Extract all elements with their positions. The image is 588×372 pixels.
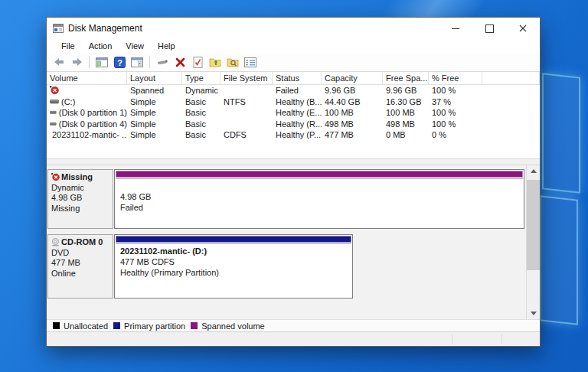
cell-percent-free: 100 %	[429, 85, 482, 96]
minimize-button[interactable]	[439, 18, 472, 39]
drive-icon	[50, 108, 57, 117]
open-folder-button[interactable]	[207, 54, 223, 70]
delete-button[interactable]	[172, 54, 188, 70]
partition-info-line: Healthy (Primary Partition)	[120, 267, 347, 278]
cell-layout: Simple	[127, 107, 182, 119]
cell-type: Basic	[182, 119, 220, 130]
volume-name: (Disk 0 partition 4)	[59, 119, 127, 130]
volume-row[interactable]: 20231102-mantic- ...SimpleBasicCDFSHealt…	[47, 129, 540, 141]
disk-partition-region: 20231102-mantic- (D:)477 MB CDFSHealthy …	[114, 234, 524, 299]
cell-layout: Simple	[127, 119, 182, 130]
chevron-down-icon	[531, 312, 537, 315]
disk-name: Missing	[51, 172, 110, 183]
legend-label: Spanned volume	[201, 321, 265, 331]
disk-label-panel[interactable]: CD-ROM 0DVD477 MBOnline	[47, 234, 113, 299]
back-button[interactable]	[51, 54, 67, 70]
partition-details: 4.98 GBFailed	[116, 178, 523, 227]
partition-details: 20231102-mantic- (D:)477 MB CDFSHealthy …	[116, 243, 351, 297]
toolbar-separator	[89, 56, 90, 68]
cell-capacity: 100 MB	[322, 107, 383, 119]
cell-volume: (Disk 0 partition 1)	[47, 107, 127, 119]
cell-status: Healthy (E...	[273, 107, 322, 119]
cell-layout: Spanned	[127, 85, 182, 96]
disk-name: CD-ROM 0	[51, 237, 110, 248]
show-console-tree-button[interactable]	[94, 54, 109, 70]
chevron-up-icon	[531, 169, 537, 173]
column-header-type[interactable]: Type	[182, 72, 220, 84]
svg-text:?: ?	[117, 57, 122, 67]
legend-item: Unallocated	[53, 321, 108, 331]
menu-file[interactable]: File	[54, 41, 82, 51]
volume-table-header: VolumeLayoutTypeFile SystemStatusCapacit…	[47, 72, 540, 85]
volume-table-body: SpannedDynamicFailed9.96 GB9.96 GB100 %(…	[47, 85, 540, 158]
status-bar-divider	[501, 334, 502, 344]
column-header-layout[interactable]: Layout	[127, 72, 182, 84]
menu-help[interactable]: Help	[151, 41, 182, 51]
checklist-button[interactable]	[190, 54, 205, 70]
properties-button[interactable]	[243, 54, 258, 70]
back-icon	[54, 57, 65, 67]
failed-volume-icon	[50, 86, 59, 95]
column-header-file-system[interactable]: File System	[220, 72, 273, 84]
cell-file-system	[220, 119, 273, 130]
title-bar[interactable]: Disk Management	[47, 18, 540, 39]
partition-info-line: 477 MB CDFS	[120, 256, 347, 267]
partition-box[interactable]: 4.98 GBFailed	[114, 169, 524, 229]
volume-list-pane: VolumeLayoutTypeFile SystemStatusCapacit…	[47, 72, 540, 165]
partition-box[interactable]: 20231102-mantic- (D:)477 MB CDFSHealthy …	[114, 234, 353, 299]
disk-info-line: Missing	[51, 204, 110, 214]
column-header-free-space[interactable]: Free Spa...	[383, 72, 429, 84]
legend-bar: UnallocatedPrimary partitionSpanned volu…	[47, 319, 540, 332]
column-header-status[interactable]: Status	[273, 72, 322, 84]
graphical-view-content: MissingDynamic4.98 GBMissing4.98 GBFaile…	[47, 165, 526, 319]
properties-icon	[244, 57, 256, 67]
cell-percent-free: 100 %	[429, 119, 482, 130]
column-header-capacity[interactable]: Capacity	[322, 72, 383, 84]
scroll-down-button[interactable]	[527, 308, 540, 319]
vertical-scrollbar[interactable]	[526, 165, 540, 319]
partition-info-line: Failed	[120, 202, 518, 213]
show-action-pane-button[interactable]	[129, 54, 145, 70]
disk-info-line: DVD	[51, 248, 110, 259]
cell-capacity: 44.40 GB	[322, 96, 383, 108]
annotate-button[interactable]	[155, 54, 170, 70]
legend-item: Spanned volume	[191, 321, 265, 331]
explore-folder-button[interactable]	[225, 54, 240, 70]
cell-percent-free: 0 %	[429, 129, 482, 141]
cell-percent-free: 37 %	[429, 96, 482, 108]
drive-icon	[50, 119, 57, 129]
cell-free-space: 9.96 GB	[383, 85, 429, 96]
horizontal-scrollbar[interactable]	[47, 158, 540, 165]
toolbar: ?	[47, 53, 540, 72]
scroll-up-button[interactable]	[527, 165, 540, 177]
legend-item: Primary partition	[113, 321, 185, 331]
column-header-percent-free[interactable]: % Free	[429, 72, 482, 84]
legend-label: Unallocated	[64, 321, 108, 331]
scrollbar-thumb[interactable]	[527, 180, 540, 270]
close-button[interactable]	[506, 18, 540, 39]
partition-type-strip	[116, 171, 523, 178]
explore-folder-icon	[227, 57, 239, 67]
scrollbar-track[interactable]	[527, 177, 540, 308]
failed-volume-icon	[51, 173, 60, 181]
wallpaper-window-pane-bottom	[540, 195, 578, 325]
cell-status: Failed	[273, 85, 322, 96]
volume-row[interactable]: (Disk 0 partition 4)SimpleBasicHealthy (…	[47, 119, 540, 130]
legend-swatch	[53, 322, 60, 329]
forward-button[interactable]	[69, 54, 84, 70]
menu-action[interactable]: Action	[82, 41, 119, 51]
cell-capacity: 9.96 GB	[322, 85, 383, 96]
disk-management-window: Disk Management FileActionViewHelp	[46, 17, 541, 347]
disk-label-panel[interactable]: MissingDynamic4.98 GBMissing	[47, 169, 113, 229]
legend-swatch	[113, 322, 120, 329]
column-header-volume[interactable]: Volume	[47, 72, 127, 84]
cell-status: Healthy (P...	[273, 129, 322, 141]
volume-row[interactable]: (Disk 0 partition 1)SimpleBasicHealthy (…	[47, 107, 540, 119]
cell-volume: (Disk 0 partition 4)	[47, 119, 127, 130]
volume-row[interactable]: (C:)SimpleBasicNTFSHealthy (B...44.40 GB…	[47, 96, 540, 108]
help-button[interactable]: ?	[112, 54, 127, 70]
volume-row[interactable]: SpannedDynamicFailed9.96 GB9.96 GB100 %	[47, 85, 540, 96]
menu-view[interactable]: View	[119, 41, 151, 51]
cell-layout: Simple	[127, 96, 182, 108]
maximize-button[interactable]	[472, 18, 506, 39]
